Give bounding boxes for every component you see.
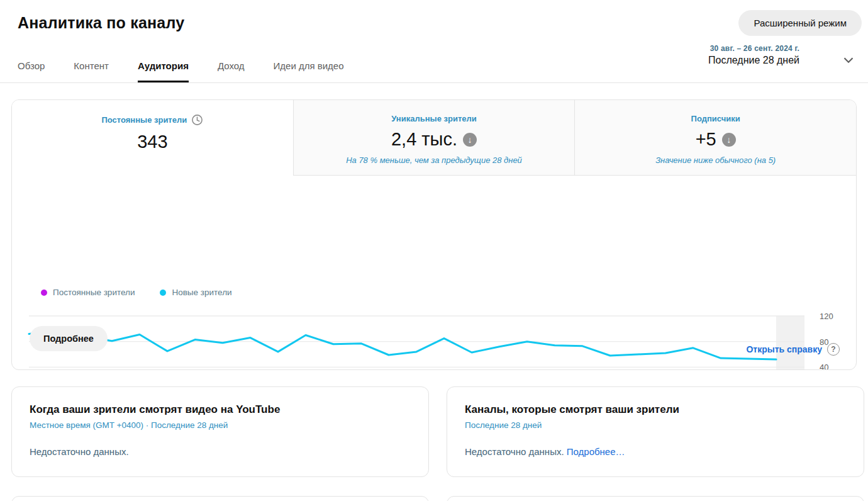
- metric-label: Уникальные зрители: [391, 114, 476, 123]
- metric-comparison-note: Значение ниже обычного (на 5): [575, 155, 856, 165]
- metric-value: +5: [696, 129, 716, 150]
- watch-time-card: Когда ваши зрители смотрят видео на YouT…: [11, 386, 429, 477]
- partial-card-right: [447, 496, 864, 501]
- details-button[interactable]: Подробнее: [30, 326, 108, 351]
- card-title: Когда ваши зрители смотрят видео на YouT…: [30, 403, 411, 416]
- metric-tab-returning-viewers[interactable]: Постоянные зрители 343: [12, 100, 293, 176]
- tab-video-ideas[interactable]: Идеи для видео: [274, 53, 344, 82]
- channels-watched-card: Каналы, которые смотрят ваши зрители Пос…: [447, 386, 864, 477]
- metric-tab-subscribers[interactable]: Подписчики +5 ↓ Значение ниже обычного (…: [574, 100, 856, 176]
- date-preset-text: Последние 28 дней: [708, 55, 799, 66]
- analytics-tabs: Обзор Контент Аудитория Доход Идеи для в…: [18, 53, 344, 82]
- down-arrow-icon: ↓: [722, 133, 736, 147]
- tab-overview[interactable]: Обзор: [18, 53, 45, 82]
- header-divider: [0, 82, 868, 83]
- metric-comparison-note: На 78 % меньше, чем за предыдущие 28 дне…: [294, 155, 575, 165]
- card-subtitle: Последние 28 дней: [465, 420, 846, 430]
- question-icon: ?: [827, 343, 840, 356]
- svg-text:120: 120: [820, 312, 833, 321]
- audience-analytics-card: Постоянные зрители 343 Уникальные зрител…: [11, 99, 857, 370]
- legend-item-returning-viewers: Постоянные зрители: [41, 288, 135, 297]
- tab-revenue[interactable]: Доход: [218, 53, 245, 82]
- partial-card-left: [11, 496, 429, 501]
- metric-label: Подписчики: [691, 114, 740, 123]
- page-title: Аналитика по каналу: [18, 14, 184, 32]
- legend-dot-cyan: [160, 290, 166, 296]
- legend-label: Новые зрители: [172, 288, 231, 297]
- card-title: Каналы, которые смотрят ваши зрители: [465, 403, 846, 416]
- metric-value: 343: [137, 132, 167, 152]
- no-data-text: Недостаточно данных.: [30, 446, 129, 457]
- metric-label: Постоянные зрители: [101, 115, 187, 125]
- tab-audience[interactable]: Аудитория: [138, 53, 189, 82]
- help-link-label: Открыть справку: [746, 344, 822, 354]
- no-data-text: Недостаточно данных.: [465, 446, 564, 457]
- open-help-link[interactable]: Открыть справку ?: [746, 343, 840, 356]
- metric-tab-unique-viewers[interactable]: Уникальные зрители 2,4 тыс. ↓ На 78 % ме…: [293, 100, 575, 176]
- metric-value: 2,4 тыс.: [391, 129, 457, 150]
- legend-item-new-viewers: Новые зрители: [160, 288, 231, 297]
- legend-dot-magenta: [41, 290, 47, 296]
- tab-content[interactable]: Контент: [74, 53, 109, 82]
- chevron-down-icon[interactable]: [840, 52, 857, 68]
- date-range-text: 30 авг. – 26 сент. 2024 г.: [708, 44, 799, 53]
- viewers-line-chart[interactable]: 0408012030 авг. 2024 г.4 сент. 2024 г.8 …: [12, 308, 857, 370]
- analytics-page: Аналитика по каналу Расширенный режим Об…: [0, 0, 868, 501]
- date-range-picker[interactable]: 30 авг. – 26 сент. 2024 г. Последние 28 …: [708, 44, 799, 66]
- learn-more-link[interactable]: Подробнее…: [567, 446, 625, 457]
- chart-legend: Постоянные зрители Новые зрители: [41, 288, 232, 297]
- card-subtitle: Местное время (GMT +0400) · Последние 28…: [30, 420, 411, 430]
- legend-label: Постоянные зрители: [53, 288, 135, 297]
- down-arrow-icon: ↓: [463, 133, 477, 147]
- clock-icon: [191, 114, 203, 126]
- svg-text:40: 40: [820, 363, 828, 370]
- advanced-mode-button[interactable]: Расширенный режим: [738, 10, 862, 36]
- metric-tabs: Постоянные зрители 343 Уникальные зрител…: [12, 100, 856, 176]
